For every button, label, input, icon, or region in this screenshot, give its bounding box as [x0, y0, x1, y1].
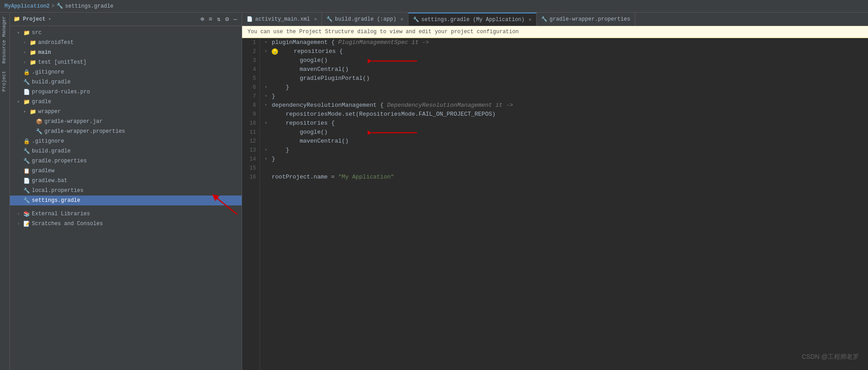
- lightbulb-icon[interactable]: 💡: [272, 48, 278, 55]
- tree-item-scratches[interactable]: › 📝 Scratches and Consoles: [10, 219, 242, 229]
- fold-icon-1: ▾: [265, 38, 271, 47]
- gradle-jar-label: gradle-wrapper.jar: [44, 118, 103, 125]
- code-line-14: ▾ }: [265, 155, 868, 164]
- dropdown-icon[interactable]: ▾: [48, 16, 51, 22]
- project-folder-icon: 📁: [13, 16, 20, 22]
- tree-item-ext-libs[interactable]: › 📚 External Libraries: [10, 209, 242, 219]
- vtab-project[interactable]: Project: [0, 67, 9, 95]
- main-icon: 📁: [30, 49, 36, 56]
- buildgradle-app-icon: 🔧: [23, 79, 30, 86]
- ext-libs-label: External Libraries: [32, 211, 90, 217]
- code-line-1: ▾ pluginManagement { PluginManagementSpe…: [265, 38, 868, 47]
- tree-item-wrapper[interactable]: ▾ 📁 wrapper: [10, 107, 242, 117]
- tree-item-main[interactable]: › 📁 main: [10, 48, 242, 57]
- tree-item-src[interactable]: ▾ 📁 src: [10, 28, 242, 38]
- tab-build-icon: 🔧: [326, 16, 333, 22]
- tree-item-gradle-wrapper-prop[interactable]: 🔧 gradle-wrapper.properties: [10, 126, 242, 136]
- buildgradle-app-label: build.gradle: [32, 79, 70, 85]
- gitignore1-icon: 🔒: [23, 69, 30, 76]
- notification-bar: You can use the Project Structure dialog…: [242, 26, 868, 38]
- project-breadcrumb[interactable]: MyApplication2: [4, 3, 50, 9]
- gradlew-label: gradlew: [32, 168, 54, 174]
- tab-build-label: build.gradle (:app): [335, 16, 396, 22]
- tab-settings-label: settings.gradle (My Application): [421, 17, 525, 23]
- test-icon: 📁: [30, 59, 36, 66]
- arrow-google2: [368, 128, 421, 138]
- settings-btn[interactable]: ⚙: [224, 14, 230, 24]
- panel-title: Project: [23, 16, 45, 22]
- local-prop-label: local.properties: [32, 187, 83, 194]
- code-content: ▾ pluginManagement { PluginManagementSpe…: [260, 38, 868, 370]
- tree-item-settings-gradle[interactable]: 🔧 settings.gradle: [10, 196, 242, 205]
- tab-activity-main[interactable]: 📄 activity_main.xml ✕: [242, 13, 322, 26]
- tree-item-gitignore1[interactable]: 🔒 .gitignore: [10, 67, 242, 77]
- tab-settings-close[interactable]: ✕: [529, 17, 532, 22]
- code-1-keyword: pluginManagement: [272, 38, 328, 47]
- gradlew-bat-icon: 📄: [23, 178, 30, 184]
- code-line-12: mavenCentral(): [265, 137, 868, 146]
- line-num-15: 15: [244, 164, 256, 173]
- editor-area: 📄 activity_main.xml ✕ 🔧 build.gradle (:a…: [242, 13, 868, 370]
- gradle-prop-icon: 🔧: [36, 128, 43, 135]
- file-tree: ▾ 📁 src › 📁 androidTest › 📁 main: [10, 26, 242, 370]
- test-label: test [unitTest]: [38, 59, 87, 65]
- src-folder-icon: 📁: [23, 30, 30, 36]
- wrapper-folder-icon: 📁: [30, 109, 36, 115]
- tab-build-close[interactable]: ✕: [400, 16, 404, 22]
- tab-wrapper-prop[interactable]: 🔧 gradle-wrapper.properties: [537, 13, 635, 26]
- code-line-16: rootProject.name = "My Application": [265, 173, 868, 182]
- arrow-google: [368, 56, 421, 66]
- tree-item-proguard[interactable]: 📄 proguard-rules.pro: [10, 87, 242, 97]
- main-label: main: [38, 49, 51, 56]
- code-line-15: [265, 164, 868, 173]
- code-line-10: ▾ repositories {: [265, 119, 868, 128]
- collapse-btn[interactable]: ≡: [208, 15, 213, 24]
- tree-item-gradle-wrapper-jar[interactable]: 📦 gradle-wrapper.jar: [10, 117, 242, 126]
- tab-wrapper-label: gradle-wrapper.properties: [550, 16, 630, 22]
- project-panel: 📁 Project ▾ ⊕ ≡ ⇅ ⚙ — ▾ 📁: [10, 13, 242, 370]
- close-btn[interactable]: —: [233, 15, 238, 24]
- expand-icon: ▾: [23, 109, 30, 114]
- fold-icon-8: ▾: [265, 101, 271, 110]
- code-editor[interactable]: 1 2 3 4 5 6 7 8 9 10 11 12 13 14 15 16: [242, 38, 868, 370]
- settings-gradle-icon: 🔧: [23, 197, 30, 204]
- gradlew-bat-label: gradlew.bat: [32, 178, 67, 184]
- sort-btn[interactable]: ⇅: [216, 14, 221, 24]
- expand-icon: ▾: [17, 99, 23, 104]
- top-bar: MyApplication2 > 🔧 settings.gradle: [0, 0, 868, 13]
- locate-btn[interactable]: ⊕: [200, 14, 205, 24]
- fold-icon-6: ▾: [265, 83, 271, 92]
- scratches-icon: 📝: [23, 221, 30, 227]
- code-line-11: google(): [265, 128, 868, 137]
- tree-item-test[interactable]: › 📁 test [unitTest]: [10, 57, 242, 67]
- tree-item-gradlew[interactable]: 📋 gradlew: [10, 166, 242, 176]
- tree-item-gradle-prop[interactable]: 🔧 gradle.properties: [10, 156, 242, 166]
- tree-item-androidtest[interactable]: › 📁 androidTest: [10, 38, 242, 48]
- panel-header-actions: ⊕ ≡ ⇅ ⚙ —: [200, 14, 238, 24]
- tree-item-buildgradle-app[interactable]: 🔧 build.gradle: [10, 77, 242, 87]
- tree-item-gradle[interactable]: ▾ 📁 gradle: [10, 97, 242, 107]
- tree-item-gitignore2[interactable]: 🔒 .gitignore: [10, 136, 242, 146]
- line-num-6: 6: [244, 83, 256, 92]
- expand-icon: ›: [23, 40, 30, 45]
- line-num-13: 13: [244, 146, 256, 155]
- tree-item-buildgradle-root[interactable]: 🔧 build.gradle: [10, 146, 242, 156]
- tab-activity-icon: 📄: [247, 16, 253, 22]
- line-num-12: 12: [244, 137, 256, 146]
- wrapper-label: wrapper: [38, 109, 61, 115]
- expand-icon: ▾: [17, 30, 23, 35]
- line-num-8: 8: [244, 101, 256, 110]
- tab-build-gradle[interactable]: 🔧 build.gradle (:app) ✕: [322, 13, 408, 26]
- tab-settings-icon: 🔧: [413, 17, 419, 22]
- vtab-resource-manager[interactable]: Resource Manager: [0, 13, 9, 67]
- expand-icon: ›: [23, 60, 30, 65]
- gradlew-icon: 📋: [23, 168, 30, 174]
- gitignore2-label: .gitignore: [32, 138, 64, 144]
- tree-item-gradlew-bat[interactable]: 📄 gradlew.bat: [10, 176, 242, 186]
- androidtest-icon: 📁: [30, 39, 36, 46]
- tree-item-local-prop[interactable]: 🔧 local.properties: [10, 186, 242, 196]
- tab-activity-close[interactable]: ✕: [314, 16, 317, 22]
- scratches-label: Scratches and Consoles: [32, 221, 103, 227]
- notification-text: You can use the Project Structure dialog…: [247, 29, 519, 35]
- tab-settings-gradle[interactable]: 🔧 settings.gradle (My Application) ✕: [408, 13, 537, 26]
